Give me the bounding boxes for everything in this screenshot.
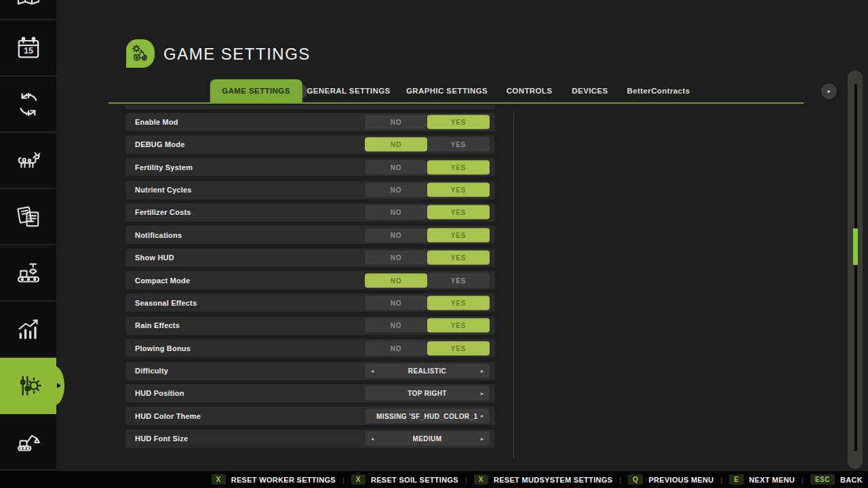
toggle-no-button[interactable]: NO <box>365 205 427 220</box>
keybind-reset-mudsystem-settings[interactable]: XRESET MUDSYSTEM SETTINGS <box>474 474 612 485</box>
chevron-right-icon[interactable]: ▸ <box>481 413 484 419</box>
toggle-yes-button[interactable]: YES <box>427 115 490 129</box>
settings-row-hud-color-theme: HUD Color Theme◂MISSING 'SF_HUD_COLOR_1'… <box>125 407 495 425</box>
toggle-nutrient-cycles: NOYES <box>365 183 490 197</box>
keybind-next-menu[interactable]: ENEXT MENU <box>729 474 795 485</box>
select-hud-color-theme[interactable]: ◂MISSING 'SF_HUD_COLOR_1' L...▸ <box>365 409 490 423</box>
toggle-yes-button[interactable]: YES <box>427 251 490 265</box>
settings-row-fertilizer-costs: Fertilizer CostsNOYES <box>125 203 495 222</box>
chevron-right-icon: ▸ <box>827 88 830 94</box>
select-hud-position[interactable]: ◂TOP RIGHT▸ <box>365 386 490 401</box>
toggle-no-button[interactable]: NO <box>365 115 427 129</box>
keybind-label: RESET MUDSYSTEM SETTINGS <box>494 476 612 484</box>
toggle-yes-button[interactable]: YES <box>427 341 490 355</box>
tab-controls[interactable]: CONTROLS <box>507 79 553 102</box>
key-badge: X <box>351 474 366 485</box>
select-value: MISSING 'SF_HUD_COLOR_1' L... <box>376 412 478 420</box>
sidebar-item-crop-rotation[interactable] <box>0 77 56 133</box>
keybind-label: NEXT MENU <box>749 476 795 484</box>
toggle-no-button[interactable]: NO <box>365 273 427 287</box>
toggle-yes-button[interactable]: YES <box>427 319 490 333</box>
settings-row-partial <box>125 105 495 109</box>
setting-label: Seasonal Effects <box>125 299 197 307</box>
toggle-debug-mode: NOYES <box>365 138 490 152</box>
toggle-no-button[interactable]: NO <box>365 296 427 310</box>
keybind-back[interactable]: ESCBACK <box>810 474 863 485</box>
keybind-reset-soil-settings[interactable]: XRESET SOIL SETTINGS <box>351 474 458 485</box>
toggle-yes-button[interactable]: YES <box>427 183 490 197</box>
toggle-yes-button[interactable]: YES <box>427 228 490 242</box>
settings-row-fertility-system: Fertility SystemNOYES <box>125 158 495 176</box>
toggle-seasonal-effects: NOYES <box>365 296 490 310</box>
toggle-yes-button[interactable]: YES <box>427 296 490 310</box>
tab-bettercontracts[interactable]: BetterContracts <box>627 79 690 102</box>
toggle-no-button[interactable]: NO <box>365 251 427 265</box>
select-difficulty[interactable]: ◂REALISTIC▸ <box>365 364 490 378</box>
toggle-fertility-system: NOYES <box>365 160 490 174</box>
sidebar-item-production[interactable] <box>0 245 56 302</box>
sidebar-item-map[interactable] <box>0 0 56 20</box>
chevron-left-icon[interactable]: ◂ <box>371 436 374 442</box>
sidebar-item-settings[interactable] <box>0 358 56 414</box>
select-hud-font-size[interactable]: ◂MEDIUM▸ <box>365 432 490 446</box>
sidebar-item-statistics[interactable] <box>0 302 56 358</box>
sidebar: 15 <box>0 0 56 488</box>
setting-label: Enable Mod <box>125 118 178 126</box>
toggle-yes-button[interactable]: YES <box>427 273 490 287</box>
keybind-reset-worker-settings[interactable]: XRESET WORKER SETTINGS <box>212 474 336 485</box>
toggle-rain-effects: NOYES <box>365 319 490 333</box>
keybind-label: PREVIOUS MENU <box>648 476 713 484</box>
crop-rotation-icon <box>15 91 42 118</box>
select-value: REALISTIC <box>408 367 446 375</box>
settings-list: Enable ModNOYESDEBUG ModeNOYESFertility … <box>125 0 495 488</box>
toggle-plowing-bonus: NOYES <box>365 341 490 355</box>
settings-icon <box>15 372 42 399</box>
keybind-label: RESET WORKER SETTINGS <box>231 476 336 484</box>
sidebar-item-construction[interactable] <box>0 414 56 470</box>
chevron-left-icon[interactable]: ◂ <box>371 368 374 374</box>
settings-row-difficulty: Difficulty◂REALISTIC▸ <box>125 362 495 380</box>
settings-row-hud-font-size: HUD Font Size◂MEDIUM▸ <box>125 430 495 448</box>
toggle-no-button[interactable]: NO <box>365 319 427 333</box>
setting-label: Fertility System <box>125 163 193 171</box>
settings-row-debug-mode: DEBUG ModeNOYES <box>125 136 495 154</box>
sidebar-item-calendar[interactable]: 15 <box>0 20 56 77</box>
toggle-no-button[interactable]: NO <box>365 183 427 197</box>
chevron-right-icon[interactable]: ▸ <box>481 368 484 374</box>
chevron-right-icon[interactable]: ▸ <box>481 390 484 396</box>
setting-label: Notifications <box>125 231 182 239</box>
tabs-scroll-right-button[interactable]: ▸ <box>821 83 837 99</box>
toggle-no-button[interactable]: NO <box>365 228 427 242</box>
scrollbar-track[interactable] <box>854 84 857 451</box>
toggle-no-button[interactable]: NO <box>365 160 427 174</box>
setting-label: HUD Position <box>125 389 184 397</box>
setting-label: Nutrient Cycles <box>125 186 192 194</box>
select-value: TOP RIGHT <box>408 390 447 397</box>
toggle-yes-button[interactable]: YES <box>427 160 490 174</box>
column-divider <box>513 111 514 460</box>
toggle-no-button[interactable]: NO <box>365 341 427 355</box>
key-badge: E <box>729 474 743 485</box>
keybind-previous-menu[interactable]: QPREVIOUS MENU <box>628 474 713 485</box>
settings-row-enable-mod: Enable ModNOYES <box>125 113 495 131</box>
sidebar-item-contracts[interactable] <box>0 189 56 245</box>
key-badge: X <box>474 474 488 485</box>
separator: | <box>465 476 467 484</box>
separator: | <box>619 476 621 484</box>
tab-devices[interactable]: DEVICES <box>572 79 608 102</box>
toggle-yes-button[interactable]: YES <box>427 138 490 152</box>
chevron-right-icon[interactable]: ▸ <box>481 436 484 442</box>
scrollbar-thumb[interactable] <box>853 228 858 265</box>
production-icon <box>15 260 42 287</box>
settings-row-plowing-bonus: Plowing BonusNOYES <box>125 339 495 357</box>
sidebar-item-animals[interactable] <box>0 133 56 189</box>
settings-row-rain-effects: Rain EffectsNOYES <box>125 317 495 335</box>
toggle-yes-button[interactable]: YES <box>427 205 490 220</box>
toggle-enable-mod: NOYES <box>365 115 490 129</box>
settings-row-seasonal-effects: Seasonal EffectsNOYES <box>125 293 495 312</box>
setting-label: DEBUG Mode <box>125 140 185 148</box>
toggle-no-button[interactable]: NO <box>365 138 427 152</box>
setting-label: Plowing Bonus <box>125 344 191 352</box>
svg-text:15: 15 <box>24 46 33 56</box>
construction-icon <box>15 428 42 455</box>
